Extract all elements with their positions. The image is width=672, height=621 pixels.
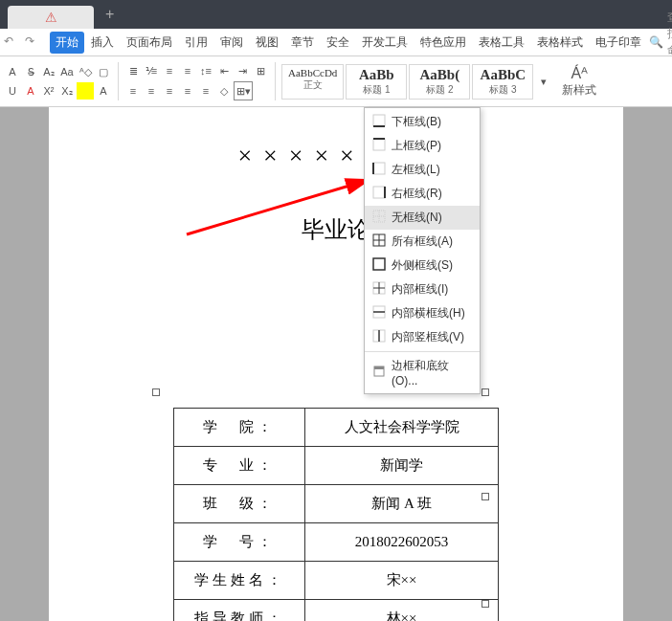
table-label: 专 业： bbox=[174, 447, 305, 485]
table-label: 学生姓名： bbox=[174, 562, 305, 600]
highlight-icon[interactable] bbox=[77, 82, 94, 100]
info-table[interactable]: 学 院：人文社会科学学院专 业：新闻学班 级：新闻 A 班学 号：2018022… bbox=[173, 408, 499, 621]
border-option-dialog[interactable]: 边框和底纹(O)... bbox=[365, 351, 480, 391]
align-l-icon[interactable]: ≡ bbox=[124, 82, 142, 100]
border-option-all[interactable]: 所有框线(A) bbox=[365, 230, 480, 254]
border-option-outside[interactable]: 外侧框线(S) bbox=[365, 254, 480, 277]
selection-handle[interactable] bbox=[482, 388, 489, 396]
menu-特色应用[interactable]: 特色应用 bbox=[414, 32, 472, 54]
table-label: 学 号： bbox=[174, 523, 305, 562]
menu-安全[interactable]: 安全 bbox=[321, 32, 355, 54]
table-label: 学 院： bbox=[174, 409, 305, 447]
numbering-icon[interactable]: ⅟≡ bbox=[143, 62, 160, 79]
char-border-icon[interactable]: ▢ bbox=[95, 63, 112, 80]
table-row[interactable]: 学 院：人文社会科学学院 bbox=[174, 409, 499, 447]
inside-border-icon bbox=[372, 281, 386, 298]
border-option-label: 所有框线(A) bbox=[392, 233, 453, 250]
style-标题 2[interactable]: AaBb(标题 2 bbox=[409, 64, 470, 100]
dialog-border-icon bbox=[372, 365, 386, 381]
border-option-label: 外侧框线(S) bbox=[392, 257, 453, 274]
menu-表格样式[interactable]: 表格样式 bbox=[531, 32, 589, 54]
redo-icon[interactable]: ↷ bbox=[25, 34, 40, 50]
new-style-icon: Áᴬ bbox=[571, 64, 588, 82]
border-option-top[interactable]: 上框线(P) bbox=[365, 134, 480, 158]
menu-表格工具[interactable]: 表格工具 bbox=[473, 32, 530, 54]
tab-settings-icon[interactable]: ⊞ bbox=[252, 62, 269, 79]
bottom-border-icon bbox=[372, 114, 386, 130]
new-style-button[interactable]: Áᴬ 新样式 bbox=[554, 62, 604, 100]
align-r-icon[interactable]: ≡ bbox=[161, 82, 178, 100]
style-more-icon[interactable]: ▾ bbox=[535, 73, 552, 90]
menu-电子印章[interactable]: 电子印章 bbox=[590, 32, 647, 54]
search-icon: 🔍 bbox=[649, 35, 663, 49]
border-option-label: 下框线(B) bbox=[392, 114, 441, 130]
border-option-inside[interactable]: 内部框线(I) bbox=[365, 277, 480, 301]
superscript-icon[interactable]: X² bbox=[40, 82, 57, 100]
document-tab[interactable]: ⚠ bbox=[8, 6, 94, 29]
menu-审阅[interactable]: 审阅 bbox=[214, 32, 249, 54]
border-option-label: 左框线(L) bbox=[392, 162, 440, 178]
svg-rect-15 bbox=[373, 258, 385, 270]
table-row[interactable]: 指导教师：林×× bbox=[174, 600, 499, 622]
menu-章节[interactable]: 章节 bbox=[285, 32, 320, 54]
line-spacing-icon[interactable]: ↕≡ bbox=[197, 62, 214, 79]
border-option-bottom[interactable]: 下框线(B) bbox=[365, 110, 480, 134]
undo-icon[interactable]: ↶ bbox=[4, 34, 19, 50]
table-row[interactable]: 专 业：新闻学 bbox=[174, 447, 499, 485]
menu-引用[interactable]: 引用 bbox=[179, 32, 213, 54]
style-标题 3[interactable]: AaBbC标题 3 bbox=[472, 64, 533, 100]
new-tab-button[interactable]: + bbox=[105, 6, 114, 23]
clear-format-icon[interactable]: ᴬ◇ bbox=[77, 63, 94, 80]
table-label: 指导教师： bbox=[174, 600, 305, 622]
border-option-right[interactable]: 右框线(R) bbox=[365, 182, 480, 206]
align-left-icon[interactable]: ≡ bbox=[161, 62, 178, 79]
table-value: 新闻学 bbox=[305, 447, 499, 485]
svg-rect-24 bbox=[374, 366, 384, 369]
border-option-label: 上框线(P) bbox=[392, 138, 441, 154]
title-bar: ⚠ + bbox=[0, 0, 672, 29]
align-c-icon[interactable]: ≡ bbox=[143, 82, 160, 100]
menu-视图[interactable]: 视图 bbox=[250, 32, 284, 54]
selection-handle[interactable] bbox=[482, 493, 489, 500]
subscript-icon[interactable]: A₂ bbox=[40, 63, 57, 80]
bullets-icon[interactable]: ≣ bbox=[124, 62, 142, 79]
svg-rect-1 bbox=[373, 115, 385, 126]
selection-handle[interactable] bbox=[482, 600, 489, 608]
borders-dropdown-menu: 下框线(B)上框线(P)左框线(L)右框线(R)无框线(N)所有框线(A)外侧框… bbox=[364, 107, 481, 394]
borders-dropdown-icon[interactable]: ⊞▾ bbox=[234, 81, 253, 100]
font-color-icon[interactable]: A bbox=[22, 82, 39, 100]
border-option-ih[interactable]: 内部横框线(H) bbox=[365, 301, 480, 325]
align-j-icon[interactable]: ≡ bbox=[179, 82, 196, 100]
svg-rect-5 bbox=[373, 163, 385, 174]
strike-icon[interactable]: S̶ bbox=[22, 63, 39, 80]
menu-插入[interactable]: 插入 bbox=[85, 32, 120, 54]
doc-title: 毕业论 bbox=[68, 214, 604, 245]
style-标题 1[interactable]: AaBb标题 1 bbox=[346, 64, 407, 100]
table-row[interactable]: 学 号：2018022602053 bbox=[174, 523, 499, 562]
style-正文[interactable]: AaBbCcDd正文 bbox=[281, 64, 344, 100]
table-value: 人文社会科学学院 bbox=[305, 409, 499, 447]
indent-inc-icon[interactable]: ⇥ bbox=[234, 62, 251, 79]
shading-icon[interactable]: ◇ bbox=[215, 82, 233, 100]
border-option-left[interactable]: 左框线(L) bbox=[365, 158, 480, 182]
menu-开始[interactable]: 开始 bbox=[50, 32, 84, 54]
underline-icon[interactable]: U bbox=[4, 82, 21, 100]
border-option-iv[interactable]: 内部竖框线(V) bbox=[365, 325, 480, 349]
distribute-icon[interactable]: ≡ bbox=[197, 82, 214, 100]
table-row[interactable]: 班 级：新闻 A 班 bbox=[174, 485, 499, 523]
page[interactable]: ×××××× > 毕业论 学 院：人文社会科学学院专 业：新闻学班 级：新闻 A… bbox=[49, 107, 623, 621]
border-option-none[interactable]: 无框线(N) bbox=[365, 206, 480, 230]
ribbon-toolbar: A S̶ A₂ Aa ᴬ◇ ▢ U A X² X₂ A ≣ ⅟≡ ≡ ≡ ↕≡ … bbox=[0, 56, 672, 107]
indent-dec-icon[interactable]: ⇤ bbox=[215, 62, 233, 79]
sub-icon[interactable]: X₂ bbox=[58, 82, 76, 100]
align-center-icon[interactable]: ≡ bbox=[179, 62, 196, 79]
selection-handle[interactable] bbox=[152, 388, 160, 396]
char-shading-icon[interactable]: A bbox=[95, 82, 112, 100]
menu-开发工具[interactable]: 开发工具 bbox=[356, 32, 414, 54]
table-row[interactable]: 学生姓名：宋×× bbox=[174, 562, 499, 600]
change-case-icon[interactable]: Aa bbox=[58, 63, 76, 80]
menu-页面布局[interactable]: 页面布局 bbox=[121, 32, 178, 54]
top-border-icon bbox=[372, 138, 386, 154]
font-ops-icon[interactable]: A bbox=[4, 63, 21, 80]
table-label: 班 级： bbox=[174, 485, 305, 523]
